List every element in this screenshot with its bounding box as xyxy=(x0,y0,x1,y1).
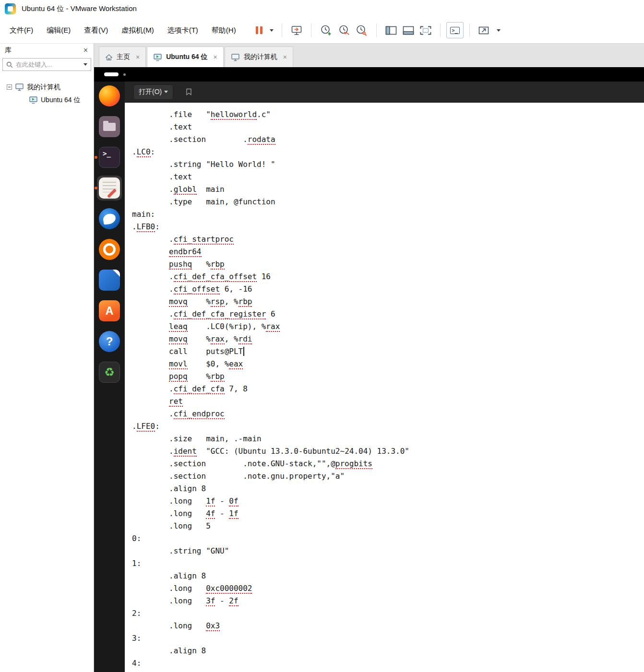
menu-help[interactable]: 帮助(H) xyxy=(205,23,243,38)
menu-edit[interactable]: 编辑(E) xyxy=(40,23,77,38)
rhythmbox-dock-icon[interactable] xyxy=(98,238,121,261)
titlebar: Ubuntu 64 位 - VMware Workstation xyxy=(0,0,644,17)
code-line: .type main, @function xyxy=(132,196,644,208)
menu-vm[interactable]: 虚拟机(M) xyxy=(115,23,161,38)
workspace-pill-active[interactable] xyxy=(104,72,119,76)
pause-dropdown[interactable] xyxy=(265,27,276,34)
code-line: main: xyxy=(132,208,644,221)
revert-snapshot-button[interactable] xyxy=(335,23,353,38)
menu-tabs[interactable]: 选项卡(T) xyxy=(161,23,205,38)
take-snapshot-button[interactable] xyxy=(317,23,335,38)
code-line: ret xyxy=(132,395,644,408)
code-line: endbr64 xyxy=(132,246,644,258)
code-line: .LFB0: xyxy=(132,221,644,233)
open-button-label: 打开(O) xyxy=(139,88,162,96)
chevron-down-icon xyxy=(270,29,274,32)
code-line: .align 8 xyxy=(132,570,644,582)
pause-button[interactable] xyxy=(253,24,265,36)
menu-view[interactable]: 查看(V) xyxy=(77,23,115,38)
code-line: .align 8 xyxy=(132,645,644,657)
tab-home[interactable]: 主页 × xyxy=(99,47,146,67)
library-search-box[interactable] xyxy=(2,58,91,71)
editor-text[interactable]: .file "helloworld.c" .text .section .rod… xyxy=(125,103,644,672)
workspace-indicator[interactable] xyxy=(104,72,126,76)
libreoffice-writer-dock-icon[interactable] xyxy=(98,269,121,292)
toolbar: >_ xyxy=(253,22,503,38)
text-cursor xyxy=(243,347,244,356)
send-ctrl-alt-del-button[interactable] xyxy=(288,23,305,38)
code-line: .align 8 xyxy=(132,483,644,495)
code-line: .long 1f - 0f xyxy=(132,495,644,507)
show-library-icon xyxy=(385,25,397,35)
code-line: 2: xyxy=(132,607,644,620)
show-library-button[interactable] xyxy=(382,24,400,37)
tab-label: 主页 xyxy=(117,53,130,61)
gedit-window: 打开(O) .file "helloworld.c" .text .sectio… xyxy=(125,82,644,672)
search-filter-dropdown-icon[interactable] xyxy=(83,63,87,66)
computer-icon xyxy=(15,83,24,91)
code-line: pushq %rbp xyxy=(132,258,644,271)
code-line: .size main, .-main xyxy=(132,433,644,445)
show-thumbnail-bar-button[interactable] xyxy=(400,24,417,37)
menu-file[interactable]: 文件(F) xyxy=(3,23,40,38)
code-line: .long 5 xyxy=(132,520,644,532)
gedit-headerbar: 打开(O) xyxy=(125,82,644,103)
tab-my-computer[interactable]: 我的计算机 × xyxy=(225,47,293,67)
files-dock-icon[interactable] xyxy=(98,115,121,138)
tab-close-icon[interactable]: × xyxy=(283,53,287,61)
menubar: 文件(F) 编辑(E) 查看(V) 虚拟机(M) 选项卡(T) 帮助(H) xyxy=(0,17,644,43)
tab-ubuntu-vm[interactable]: Ubuntu 64 位 × xyxy=(147,47,224,67)
tabbar: 主页 × Ubuntu 64 位 × xyxy=(94,43,644,67)
code-line: .cfi_offset 6, -16 xyxy=(132,283,644,295)
vm-powered-icon xyxy=(29,96,38,104)
fit-guest-button[interactable] xyxy=(417,24,434,37)
console-view-button[interactable]: >_ xyxy=(446,22,464,38)
code-line: .section .note.GNU-stack,"",@progbits xyxy=(132,458,644,470)
code-line: .long 0xc0000002 xyxy=(132,582,644,595)
trash-dock-icon[interactable]: ♻ xyxy=(98,361,121,384)
send-ctrl-alt-del-icon xyxy=(290,25,303,36)
code-line: .text xyxy=(132,121,644,133)
code-line: movq %rax, %rdi xyxy=(132,333,644,345)
library-search-input[interactable] xyxy=(16,61,78,68)
terminal-dock-icon[interactable]: >_ xyxy=(98,146,121,169)
tree-item-my-computer[interactable]: 我的计算机 xyxy=(0,81,94,94)
gnome-topbar xyxy=(94,67,644,82)
code-line: 1: xyxy=(132,557,644,570)
tab-close-icon[interactable]: × xyxy=(136,53,140,61)
snapshot-manager-button[interactable] xyxy=(353,23,370,38)
library-panel: 库 × xyxy=(0,43,94,672)
ubuntu-dock: >_ A ? ♻ xyxy=(94,82,125,672)
code-line: .cfi_def_cfa 7, 8 xyxy=(132,383,644,395)
app-center-dock-icon[interactable]: A xyxy=(98,299,121,322)
tab-close-icon[interactable]: × xyxy=(214,53,217,61)
vm-guest-screen[interactable]: >_ A ? ♻ 打开(O) xyxy=(94,67,644,672)
help-dock-icon[interactable]: ? xyxy=(98,330,121,353)
collapse-icon[interactable] xyxy=(7,84,12,90)
code-line: .cfi_endproc xyxy=(132,408,644,420)
tree-item-ubuntu-vm[interactable]: Ubuntu 64 位 xyxy=(0,94,94,106)
fullscreen-button[interactable] xyxy=(476,24,492,37)
vmware-logo-icon xyxy=(5,3,16,14)
library-close-button[interactable]: × xyxy=(83,47,88,54)
code-line: 3: xyxy=(132,632,644,645)
code-line: .LFE0: xyxy=(132,420,644,433)
code-line: .long 4f - 1f xyxy=(132,507,644,520)
running-indicator xyxy=(95,156,97,159)
firefox-dock-icon[interactable] xyxy=(98,84,121,107)
code-line: .string "GNU" xyxy=(132,545,644,557)
code-line: .string "Hello World! " xyxy=(132,158,644,171)
chevron-down-icon xyxy=(497,29,501,32)
fullscreen-icon xyxy=(478,26,489,35)
vm-icon xyxy=(153,53,162,61)
code-line: 0: xyxy=(132,532,644,545)
open-button[interactable]: 打开(O) xyxy=(133,84,173,100)
text-editor-dock-icon[interactable] xyxy=(98,177,121,200)
home-icon xyxy=(105,54,113,61)
thunderbird-dock-icon[interactable] xyxy=(98,207,121,230)
fullscreen-dropdown[interactable] xyxy=(492,27,503,34)
code-line: .text xyxy=(132,171,644,183)
tree-item-label: Ubuntu 64 位 xyxy=(41,96,81,105)
workspace-pill-dot[interactable] xyxy=(123,73,126,76)
save-icon[interactable] xyxy=(186,88,192,95)
